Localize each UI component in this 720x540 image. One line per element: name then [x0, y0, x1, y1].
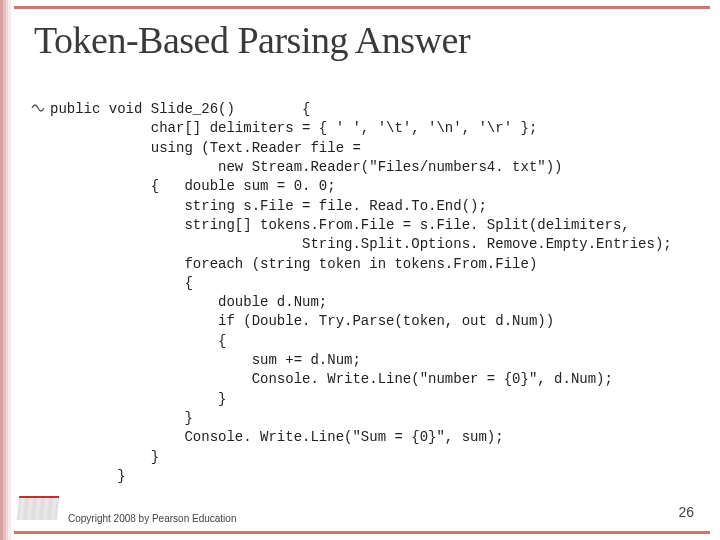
- left-stripe-decoration: [0, 0, 14, 540]
- copyright-text: Copyright 2008 by Pearson Education: [68, 513, 236, 524]
- book-icon: [18, 490, 60, 522]
- page-number: 26: [678, 504, 694, 520]
- bullet-icon: [30, 100, 46, 121]
- code-listing: public void Slide_26() { char[] delimite…: [50, 100, 704, 486]
- bottom-rule: [14, 531, 710, 534]
- slide-title: Token-Based Parsing Answer: [34, 18, 700, 62]
- top-rule: [14, 6, 710, 9]
